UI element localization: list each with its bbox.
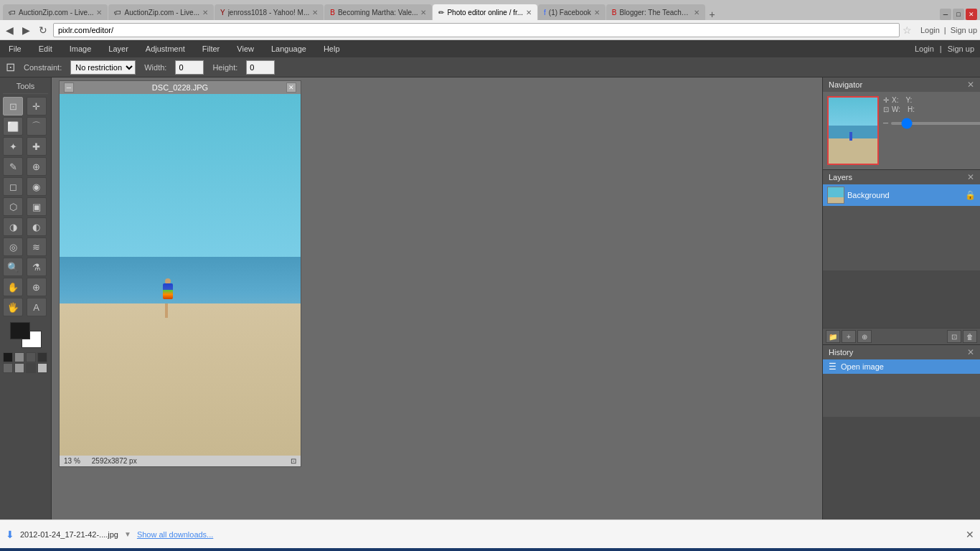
- width-input[interactable]: [175, 60, 204, 75]
- bookmark-star[interactable]: ☆: [903, 24, 912, 36]
- menu-view[interactable]: View: [234, 43, 257, 55]
- image-win-close[interactable]: ✕: [286, 83, 296, 93]
- divider: |: [944, 26, 946, 34]
- navigator-close[interactable]: ✕: [967, 80, 974, 90]
- pattern-cell-7[interactable]: [26, 363, 36, 373]
- dodge-tool[interactable]: ◑: [3, 217, 23, 236]
- window-controls: ─ □ ✕: [940, 9, 977, 20]
- smudge-tool[interactable]: ≋: [27, 237, 47, 256]
- tab-blogger[interactable]: B Blogger: The Teachers... ✕: [606, 4, 706, 20]
- pattern-cell-6[interactable]: [14, 363, 24, 373]
- show-downloads-link[interactable]: Show all downloads...: [137, 530, 213, 539]
- navigator-thumbnail[interactable]: [827, 96, 879, 165]
- zoom2-tool[interactable]: ⊕: [27, 278, 47, 296]
- foreground-color-swatch[interactable]: [10, 322, 30, 339]
- menu-help[interactable]: Help: [321, 43, 343, 55]
- hand-tool[interactable]: ✋: [3, 278, 23, 296]
- layers-duplicate-btn[interactable]: ⊕: [857, 330, 872, 343]
- burn-tool[interactable]: ◐: [27, 217, 47, 236]
- pattern-cell-5[interactable]: [3, 363, 13, 373]
- bottom-bar: ⬇ 2012-01-24_17-21-42-....jpg ▼ Show all…: [0, 548, 980, 551]
- nav-zoom-row: ─ + %: [883, 118, 980, 128]
- image-content: [60, 94, 301, 456]
- layers-title: Layers: [829, 173, 852, 182]
- minimize-button[interactable]: ─: [940, 9, 951, 20]
- pattern-cell-8[interactable]: [37, 363, 47, 373]
- tab-close-btn[interactable]: ✕: [96, 9, 102, 17]
- move-tool[interactable]: ✛: [27, 97, 47, 116]
- back-button[interactable]: ◀: [3, 23, 17, 37]
- pencil-tool[interactable]: ✎: [3, 157, 23, 176]
- tab-martha[interactable]: B Becoming Martha: Vale... ✕: [324, 4, 432, 20]
- clone-tool[interactable]: ⊕: [27, 157, 47, 176]
- nav-zoom-out-icon[interactable]: ─: [883, 119, 888, 127]
- eyedropper-tool[interactable]: ⚗: [27, 258, 47, 276]
- text-tool[interactable]: A: [27, 298, 47, 316]
- menu-adjustment[interactable]: Adjustment: [143, 43, 188, 55]
- menu-layer[interactable]: Layer: [105, 43, 131, 55]
- layers-close[interactable]: ✕: [967, 172, 974, 182]
- menu-edit[interactable]: Edit: [36, 43, 55, 55]
- menu-language[interactable]: Language: [268, 43, 309, 55]
- layers-add-btn[interactable]: +: [842, 330, 856, 343]
- healing-tool[interactable]: ✚: [27, 137, 47, 156]
- nav-resize-icon: ⊡: [883, 105, 889, 113]
- image-win-minimize[interactable]: ─: [64, 83, 74, 93]
- layer-name: Background: [847, 191, 962, 199]
- forward-button[interactable]: ▶: [19, 23, 33, 37]
- constraint-select[interactable]: No restriction: [70, 60, 136, 75]
- pattern-cell-3[interactable]: [26, 352, 36, 362]
- close-button[interactable]: ✕: [966, 9, 977, 20]
- pattern-cell-4[interactable]: [37, 352, 47, 362]
- app-login-link[interactable]: Login: [915, 44, 934, 53]
- lasso-tool[interactable]: ⌒: [27, 117, 47, 136]
- history-close[interactable]: ✕: [967, 347, 974, 357]
- crop-tool[interactable]: ⊡: [3, 97, 23, 116]
- image-win-buttons: ─: [64, 83, 74, 93]
- tab-auctionzip2[interactable]: 🏷 AuctionZip.com - Live... ✕: [108, 4, 213, 20]
- history-row-open[interactable]: ☰ Open image: [823, 359, 980, 374]
- nav-crosshair-icon: ✛: [883, 96, 889, 104]
- maximize-button[interactable]: □: [953, 9, 964, 20]
- tab-auctionzip1[interactable]: 🏷 AuctionZip.com - Live... ✕: [3, 4, 108, 20]
- paint-bucket-tool[interactable]: ⬡: [3, 197, 23, 216]
- address-bar[interactable]: [53, 23, 900, 37]
- layer-row-background[interactable]: Background 🔒: [823, 184, 980, 206]
- layer-thumb-sky: [828, 187, 844, 195]
- tab-pixlr[interactable]: ✏ Photo editor online / fr... ✕: [433, 4, 537, 20]
- height-input[interactable]: [246, 60, 275, 75]
- new-tab-button[interactable]: +: [706, 9, 717, 20]
- tab-facebook[interactable]: f (1) Facebook ✕: [538, 4, 606, 20]
- menu-image[interactable]: Image: [67, 43, 95, 55]
- pattern-cell-2[interactable]: [14, 352, 24, 362]
- eraser-tool[interactable]: ◻: [3, 177, 23, 196]
- tab-yahoo[interactable]: Y jenross1018 - Yahoo! M... ✕: [215, 4, 324, 20]
- tab-close-btn[interactable]: ✕: [594, 9, 600, 17]
- tab-close-btn[interactable]: ✕: [694, 9, 699, 17]
- blur-tool[interactable]: ◉: [27, 177, 47, 196]
- layers-add-group-btn[interactable]: 📁: [826, 330, 840, 343]
- hand2-tool[interactable]: 🖐: [3, 298, 23, 316]
- pattern-cell-1[interactable]: [3, 352, 13, 362]
- tab-close-btn[interactable]: ✕: [526, 9, 532, 17]
- signup-link[interactable]: Sign up: [951, 26, 977, 34]
- marquee-rect-tool[interactable]: ⬜: [3, 117, 23, 136]
- tab-bar: 🏷 AuctionZip.com - Live... ✕ 🏷 AuctionZi…: [0, 0, 980, 20]
- layers-delete-btn[interactable]: 🗑: [963, 330, 977, 343]
- layers-resize-btn[interactable]: ⊡: [947, 330, 961, 343]
- login-link[interactable]: Login: [920, 26, 940, 34]
- menu-file[interactable]: File: [6, 43, 24, 55]
- resize-handle[interactable]: ⊡: [291, 457, 296, 465]
- tab-close-btn[interactable]: ✕: [420, 9, 426, 17]
- reload-button[interactable]: ↻: [36, 23, 50, 37]
- red-eye-tool[interactable]: ◎: [3, 237, 23, 256]
- menu-filter[interactable]: Filter: [199, 43, 222, 55]
- download-bar-close[interactable]: ✕: [966, 529, 974, 540]
- tab-close-btn[interactable]: ✕: [312, 9, 318, 17]
- zoom-tool[interactable]: 🔍: [3, 258, 23, 276]
- nav-zoom-slider[interactable]: [891, 122, 980, 125]
- magic-wand-tool[interactable]: ✦: [3, 137, 23, 156]
- tab-close-btn[interactable]: ✕: [202, 9, 208, 17]
- gradient-tool[interactable]: ▣: [27, 197, 47, 216]
- app-signup-link[interactable]: Sign up: [948, 44, 974, 53]
